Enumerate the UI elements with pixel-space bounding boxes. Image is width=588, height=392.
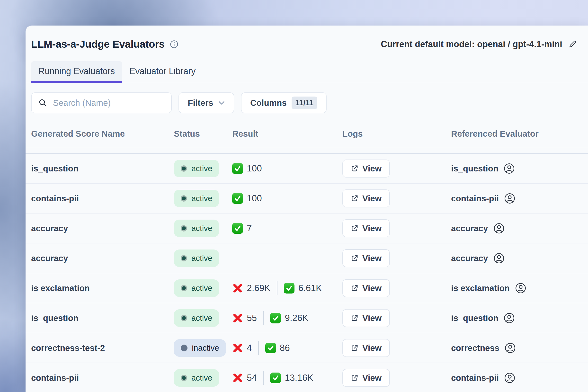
red-x-icon [232, 313, 243, 324]
score-name: contains-pii [31, 373, 79, 382]
table-row[interactable]: accuracy active [26, 214, 588, 244]
status-badge: active [174, 309, 219, 327]
search-input[interactable] [52, 98, 164, 108]
view-logs-button[interactable]: View [342, 309, 390, 327]
referenced-evaluator-name: is_question [451, 164, 498, 174]
chevron-down-icon [218, 100, 225, 105]
status-badge: inactive [174, 339, 226, 357]
table-row[interactable]: is exclamation active 2.69K [26, 273, 588, 303]
external-link-icon [351, 344, 358, 352]
status-badge: active [174, 250, 219, 267]
score-name: contains-pii [31, 194, 79, 203]
filters-label: Filters [188, 98, 213, 108]
status-dot-icon [181, 315, 187, 321]
info-circle-icon[interactable] [170, 40, 178, 48]
page-title: LLM-as-a-Judge Evaluators [31, 38, 165, 50]
user-circle-icon [504, 342, 516, 354]
pencil-icon[interactable] [568, 40, 577, 49]
view-label: View [362, 373, 382, 383]
status-badge: active [174, 220, 219, 237]
red-x-icon [232, 372, 243, 383]
tab-evaluator-library[interactable]: Evaluator Library [122, 61, 203, 83]
tab-running-evaluators[interactable]: Running Evaluators [31, 61, 122, 83]
partially-scrolled-row [26, 147, 588, 154]
score-name: is_question [31, 313, 78, 323]
table-row[interactable]: is_question active 55 [26, 303, 588, 333]
column-header-status: Status [174, 129, 232, 138]
table-body: is_question active [26, 154, 588, 392]
table-row[interactable]: correctness-test-2 inactive 4 [26, 333, 588, 363]
external-link-icon [351, 374, 358, 382]
external-link-icon [351, 284, 358, 292]
column-header-logs: Logs [342, 129, 451, 138]
view-logs-button[interactable]: View [342, 279, 390, 297]
view-logs-button[interactable]: View [342, 249, 390, 267]
pass-count: 7 [247, 223, 252, 234]
view-logs-button[interactable]: View [342, 339, 390, 357]
view-label: View [362, 224, 382, 233]
table-row[interactable]: contains-pii active 54 [26, 363, 588, 392]
pass-count: 100 [247, 164, 262, 174]
status-dot-icon [181, 255, 187, 262]
status-label: active [192, 314, 212, 323]
toolbar: Filters Columns 11/11 [26, 83, 588, 122]
score-name: accuracy [31, 224, 68, 233]
table-row[interactable]: contains-pii active [26, 184, 588, 214]
view-label: View [362, 254, 382, 263]
fail-count: 54 [247, 373, 257, 383]
magnifier-icon [38, 98, 47, 107]
status-label: active [192, 254, 212, 263]
view-logs-button[interactable]: View [342, 160, 390, 178]
user-circle-icon [504, 193, 515, 204]
status-badge: active [174, 190, 219, 207]
main-panel: LLM-as-a-Judge Evaluators Current defaul… [26, 26, 588, 392]
green-check-icon [232, 193, 243, 204]
result-divider [258, 341, 259, 355]
red-x-icon [232, 343, 243, 353]
view-label: View [362, 283, 382, 293]
default-model-label: Current default model: openai / gpt-4.1-… [381, 39, 562, 49]
status-badge: active [174, 280, 219, 297]
columns-label: Columns [250, 98, 287, 108]
columns-count-badge: 11/11 [292, 96, 317, 109]
status-dot-icon [181, 225, 187, 232]
filters-button[interactable]: Filters [178, 92, 234, 113]
green-check-icon [265, 343, 276, 353]
fail-count: 55 [247, 313, 257, 323]
pass-count: 86 [280, 343, 290, 353]
table-header: Generated Score Name Status Result Logs … [26, 122, 588, 147]
pass-count: 9.26K [285, 313, 308, 323]
status-label: inactive [192, 343, 219, 352]
status-dot-icon [181, 195, 187, 202]
table-row[interactable]: is_question active [26, 154, 588, 184]
column-header-referenced: Referenced Evaluator [451, 129, 588, 138]
column-header-name: Generated Score Name [31, 129, 174, 138]
column-header-result: Result [232, 129, 342, 138]
view-label: View [362, 164, 382, 174]
user-circle-icon [494, 223, 504, 234]
fail-count: 4 [247, 343, 252, 353]
referenced-evaluator-name: is_question [451, 313, 498, 323]
pass-count: 13.16K [285, 373, 313, 383]
view-label: View [362, 343, 382, 353]
external-link-icon [351, 224, 358, 232]
view-logs-button[interactable]: View [342, 369, 390, 387]
external-link-icon [351, 254, 358, 262]
search-box[interactable] [31, 92, 172, 113]
table-row[interactable]: accuracy active [26, 244, 588, 273]
green-check-icon [232, 223, 243, 234]
red-x-icon [232, 283, 243, 294]
status-label: active [192, 284, 212, 293]
green-check-icon [232, 163, 243, 174]
score-name: is_question [31, 164, 78, 173]
referenced-evaluator-name: correctness [451, 343, 499, 353]
columns-button[interactable]: Columns 11/11 [241, 92, 326, 113]
score-name: is exclamation [31, 283, 90, 293]
view-logs-button[interactable]: View [342, 219, 390, 237]
view-label: View [362, 313, 382, 323]
user-circle-icon [504, 312, 515, 324]
green-check-icon [284, 283, 294, 294]
referenced-evaluator-name: accuracy [451, 224, 488, 233]
view-logs-button[interactable]: View [342, 190, 390, 208]
status-badge: active [174, 369, 219, 387]
